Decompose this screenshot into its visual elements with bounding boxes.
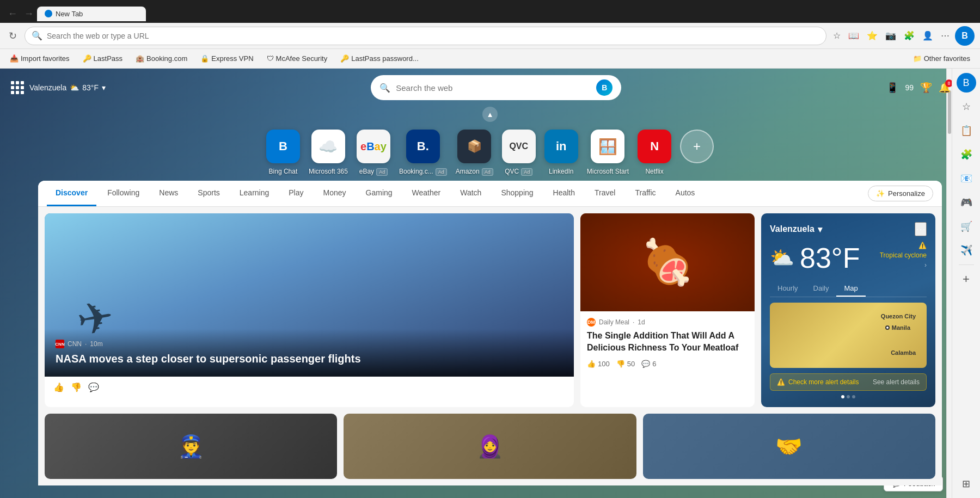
tab-gaming[interactable]: Gaming <box>357 181 401 206</box>
address-input[interactable] <box>47 32 819 40</box>
weather-tab-map[interactable]: Map <box>836 281 865 297</box>
fav-lastpass2[interactable]: 🔑 LastPass password... <box>336 53 423 64</box>
forward-button[interactable]: → <box>21 6 37 22</box>
sidebar-games-icon[interactable]: 🎮 <box>957 193 976 212</box>
rewards-icon[interactable]: 🏆 <box>920 82 932 94</box>
location-weather[interactable]: Valenzuela ⛅ 83°F ▾ <box>29 83 106 92</box>
sidebar-outlook-icon[interactable]: 📧 <box>957 169 976 188</box>
favorites-sidebar-icon[interactable]: ⭐ <box>865 28 880 43</box>
tab-health[interactable]: Health <box>544 181 584 206</box>
quick-link-qvc[interactable]: QVC QVCAd <box>502 130 536 175</box>
address-bar[interactable]: 🔍 <box>24 27 826 45</box>
sidebar-travel-icon[interactable]: ✈️ <box>957 241 976 260</box>
sidebar-separator <box>959 265 974 265</box>
quick-link-amazon[interactable]: 📦 AmazonAd <box>456 130 493 175</box>
chevron-down-icon: ▾ <box>818 224 822 235</box>
thumb-card-1[interactable]: 👮 <box>45 414 337 479</box>
amazon-label: AmazonAd <box>456 168 493 175</box>
screenshot-icon[interactable]: 📷 <box>883 28 898 43</box>
food-stats: 👍 100 👎 50 💬 6 <box>587 360 748 368</box>
tab-play[interactable]: Play <box>280 181 312 206</box>
sidebar-customize-icon[interactable]: ⊞ <box>957 474 976 494</box>
thumb-card-3[interactable]: 🤝 <box>643 414 935 479</box>
mobile-icon[interactable]: 📱 <box>886 82 898 94</box>
tab-learning[interactable]: Learning <box>231 181 278 206</box>
weather-tab-daily[interactable]: Daily <box>806 281 837 297</box>
folder-icon: 📁 <box>913 54 922 63</box>
newtab-search-bar[interactable]: 🔍 B <box>371 75 621 100</box>
weather-map[interactable]: Quezon City Manila Calamba <box>770 303 927 368</box>
hero-image: CNN CNN · 10m NASA moves a step closer t… <box>45 213 574 377</box>
hero-news-card[interactable]: CNN CNN · 10m NASA moves a step closer t… <box>45 213 574 407</box>
booking-ql-icon: B. <box>406 130 440 163</box>
bing-search-icon[interactable]: B <box>596 79 612 96</box>
add-site-button[interactable]: + <box>680 130 714 175</box>
apps-grid-icon[interactable] <box>11 81 24 94</box>
weather-location[interactable]: Valenzuela ▾ <box>770 224 822 235</box>
weather-temp-section: ⛅ 83°F <box>770 242 860 274</box>
sidebar-favorites-icon[interactable]: ☆ <box>957 97 976 116</box>
see-alert-link[interactable]: See alert details <box>873 378 920 386</box>
sidebar-collections-icon[interactable]: 📋 <box>957 121 976 140</box>
personalize-button[interactable]: ✨ Personalize <box>868 186 933 201</box>
tab-traffic[interactable]: Traffic <box>626 181 664 206</box>
newtab-left: Valenzuela ⛅ 83°F ▾ <box>11 81 106 94</box>
tab-autos[interactable]: Autos <box>667 181 704 206</box>
quick-link-booking[interactable]: B. Booking.c...Ad <box>399 130 447 175</box>
like-button[interactable]: 👍 <box>53 382 64 392</box>
lastpass-icon: 🔑 <box>83 54 91 63</box>
fav-expressvpn[interactable]: 🔒 Express VPN <box>196 53 258 64</box>
tab-weather[interactable]: Weather <box>403 181 450 206</box>
booking-label: Booking.c...Ad <box>399 168 447 175</box>
fav-import[interactable]: 📥 Import favorites <box>5 53 74 64</box>
food-news-card[interactable]: 🍖 DM Daily Meal · 1d The Single Addition… <box>580 213 755 407</box>
quick-link-bing-chat[interactable]: B Bing Chat <box>266 130 300 175</box>
fav-other[interactable]: 📁 Other favorites <box>909 53 975 64</box>
quick-link-netflix[interactable]: N Netflix <box>638 130 671 175</box>
comment-icon: 💬 <box>641 360 650 368</box>
quick-link-ms-start[interactable]: 🪟 Microsoft Start <box>587 130 629 175</box>
back-button[interactable]: ← <box>4 6 21 22</box>
tab-following[interactable]: Following <box>99 181 148 206</box>
quick-links-section: B Bing Chat ☁️ Microsoft 365 eBay eBayAd… <box>0 124 980 181</box>
tab-news[interactable]: News <box>150 181 187 206</box>
newtab-search-input[interactable] <box>396 83 591 93</box>
sidebar-add-button[interactable]: + <box>957 269 976 289</box>
weather-alert-bar[interactable]: ⚠️ Check more alert details See alert de… <box>770 373 927 391</box>
profile-icon[interactable]: 👤 <box>920 28 935 43</box>
ms365-icon: ☁️ <box>311 130 345 163</box>
quick-link-linkedin[interactable]: in LinkedIn <box>544 130 578 175</box>
bing-sidebar-button[interactable]: B <box>957 73 976 93</box>
tab-shopping[interactable]: Shopping <box>492 181 542 206</box>
tab-travel[interactable]: Travel <box>586 181 624 206</box>
notification-bell[interactable]: 🔔 8 <box>939 82 951 94</box>
collapse-button[interactable]: ▲ <box>482 107 498 122</box>
dislike-button[interactable]: 👎 <box>71 382 82 392</box>
quick-link-ebay[interactable]: eBay eBayAd <box>357 130 390 175</box>
bing-button[interactable]: B <box>955 26 975 46</box>
extensions-icon[interactable]: 🧩 <box>902 28 917 43</box>
browser-tab[interactable]: New Tab <box>37 7 146 21</box>
fav-booking[interactable]: 🏨 Booking.com <box>131 53 192 64</box>
sidebar-extensions-icon[interactable]: 🧩 <box>957 145 976 164</box>
weather-more-button[interactable]: ⋯ <box>915 222 927 236</box>
fav-mcafee[interactable]: 🛡 McAfee Security <box>262 53 332 64</box>
refresh-button[interactable]: ↻ <box>5 28 20 44</box>
tab-bar: ← → New Tab <box>0 0 980 23</box>
tab-sports[interactable]: Sports <box>189 181 228 206</box>
search-icon: 🔍 <box>379 83 390 93</box>
favorites-icon[interactable]: ☆ <box>831 28 843 43</box>
fav-lastpass[interactable]: 🔑 LastPass <box>78 53 127 64</box>
ms-start-label: Microsoft Start <box>587 168 629 175</box>
tab-money[interactable]: Money <box>315 181 355 206</box>
sidebar-shopping-icon[interactable]: 🛒 <box>957 217 976 236</box>
comment-button[interactable]: 💬 <box>88 382 99 392</box>
content-tabs: Discover Following News Sports Learning … <box>38 181 942 207</box>
quick-link-ms365[interactable]: ☁️ Microsoft 365 <box>309 130 348 175</box>
weather-tab-hourly[interactable]: Hourly <box>770 281 806 297</box>
reading-view-icon[interactable]: 📖 <box>846 28 861 43</box>
tab-watch[interactable]: Watch <box>451 181 490 206</box>
thumb-card-2[interactable]: 🧕 <box>344 414 636 479</box>
tab-discover[interactable]: Discover <box>47 181 96 206</box>
more-menu-icon[interactable]: ⋯ <box>939 28 952 43</box>
